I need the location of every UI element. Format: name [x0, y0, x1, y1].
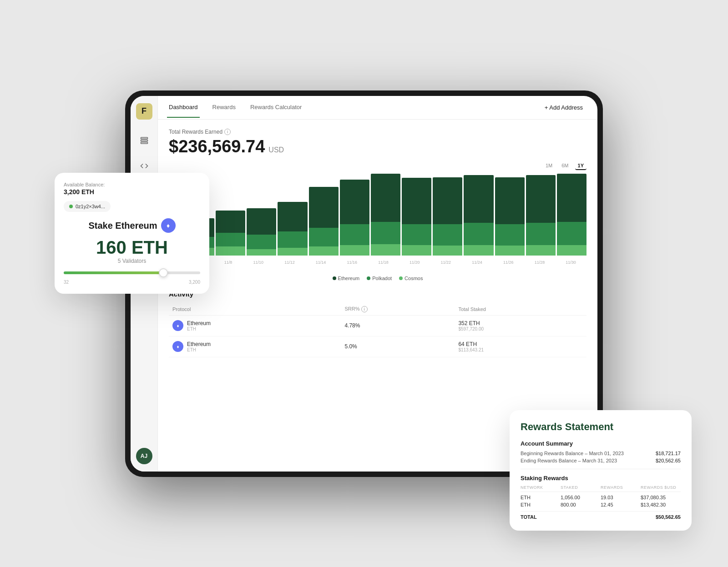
activity-table: Protocol SRR% i Total Staked — [169, 303, 586, 357]
chart-x-labels: 11/611/811/1011/1211/1411/1611/1811/2011… — [185, 260, 586, 265]
x-label: 11/26 — [503, 260, 514, 265]
stake-amount: 160 ETH — [64, 237, 200, 258]
rewards-statement-card: Rewards Statement Account Summary Beginn… — [510, 410, 692, 531]
x-label: 11/22 — [441, 260, 451, 265]
info-icon: i — [224, 129, 231, 135]
chart-section: 1M 6M 1Y $500 $5K $40... — [169, 162, 586, 281]
validators-label: 5 Validators — [64, 258, 200, 264]
slider-thumb[interactable] — [159, 268, 168, 277]
eth-icon-2: ♦ — [172, 341, 183, 352]
bar-group — [340, 174, 369, 256]
layers-icon[interactable] — [136, 132, 152, 149]
eth-icon-1: ♦ — [172, 320, 183, 331]
chart-container: $500 $5K $40... 11/611/811/1011/1211/141… — [169, 174, 586, 265]
add-address-button[interactable]: + Add Address — [539, 101, 588, 114]
staked-usd-1: $597,720.00 — [458, 326, 583, 331]
total-amount: $236,569.74 USD — [169, 137, 586, 156]
protocol-cell-2: ♦ Ethereum ETH — [172, 341, 337, 352]
top-nav: Dashboard Rewards Rewards Calculator + A… — [158, 96, 597, 120]
svg-rect-0 — [141, 137, 147, 139]
legend-ethereum: Ethereum — [333, 276, 360, 281]
stake-card: Available Balance: 3,200 ETH 0z1y2×3w4..… — [55, 173, 209, 294]
bar-group — [309, 174, 339, 256]
rs-title: Rewards Statement — [521, 421, 681, 433]
sidebar-logo[interactable]: F — [136, 103, 152, 120]
srr-2: 5.0% — [341, 336, 455, 357]
rs-divider — [521, 469, 681, 469]
time-btn-6m[interactable]: 6M — [559, 162, 571, 170]
x-label: 11/12 — [284, 260, 295, 265]
x-label: 11/18 — [378, 260, 389, 265]
activity-section: Activity Protocol SRR% i Total Staked — [169, 290, 586, 357]
slider-labels: 32 3,200 — [64, 280, 200, 285]
table-row: ♦ Ethereum ETH 5.0% 64 ETH — [169, 336, 586, 357]
time-btn-1y[interactable]: 1Y — [575, 162, 586, 170]
slider-container[interactable] — [64, 271, 200, 274]
bar-group — [495, 174, 525, 256]
staked-usd-2: $113,643.21 — [458, 347, 583, 352]
chart-legend: Ethereum Polkadot Cosmos — [169, 276, 586, 281]
time-btn-1m[interactable]: 1M — [543, 162, 555, 170]
stake-title: Stake Ethereum ♦ — [64, 218, 200, 233]
col-srr: SRR% i — [341, 303, 455, 316]
x-label: 11/8 — [224, 260, 233, 265]
chart-controls: 1M 6M 1Y — [169, 162, 586, 170]
protocol-name-1: Ethereum — [187, 320, 211, 326]
staked-amount-2: 64 ETH — [458, 341, 583, 347]
chart-bars-area — [185, 174, 586, 256]
x-label: 11/20 — [410, 260, 420, 265]
rs-row-beginning: Beginning Rewards Balance – March 01, 20… — [521, 451, 681, 456]
bar-group — [557, 174, 586, 256]
address-dot — [69, 205, 73, 208]
sidebar-avatar[interactable]: AJ — [136, 448, 152, 464]
staked-amount-1: 352 ETH — [458, 320, 583, 326]
tab-dashboard[interactable]: Dashboard — [167, 97, 200, 118]
bar-group — [402, 174, 431, 256]
bar-group — [247, 174, 276, 256]
protocol-cell-1: ♦ Ethereum ETH — [172, 320, 337, 331]
col-protocol: Protocol — [169, 303, 341, 316]
bar-group — [216, 174, 245, 256]
bar-group — [278, 174, 307, 256]
available-balance-label: Available Balance: — [64, 182, 200, 187]
total-rewards-label: Total Rewards Earned i — [169, 129, 586, 135]
x-label: 11/28 — [535, 260, 545, 265]
svg-rect-2 — [141, 142, 147, 143]
code-icon[interactable] — [136, 158, 152, 174]
address-pill[interactable]: 0z1y2×3w4... — [64, 201, 111, 212]
legend-cosmos: Cosmos — [399, 276, 423, 281]
x-label: 11/24 — [472, 260, 482, 265]
srr-info-icon: i — [361, 306, 368, 312]
x-label: 11/30 — [566, 260, 576, 265]
rs-table-header: NETWORK STAKED REWARDS REWARDS $USD — [521, 485, 681, 492]
rs-row-ending: Ending Rewards Balance – March 31, 2023 … — [521, 458, 681, 463]
x-label: 11/14 — [316, 260, 326, 265]
x-label: 11/16 — [347, 260, 358, 265]
slider-track — [64, 271, 200, 274]
rs-account-summary-title: Account Summary — [521, 440, 681, 447]
activity-title: Activity — [169, 290, 586, 298]
tab-rewards-calculator[interactable]: Rewards Calculator — [248, 97, 303, 118]
bar-group — [526, 174, 556, 256]
protocol-sub-1: ETH — [187, 326, 211, 331]
x-label: 11/10 — [253, 260, 263, 265]
protocol-sub-2: ETH — [187, 347, 211, 352]
col-staked: Total Staked — [455, 303, 586, 316]
rs-table-row-1: ETH 1,056.00 19.03 $37,080.35 — [521, 495, 681, 500]
svg-rect-1 — [141, 140, 147, 141]
table-row: ♦ Ethereum ETH 4.78% 352 ET — [169, 315, 586, 336]
eth-badge: ♦ — [161, 218, 176, 233]
rs-staking-rewards-title: Staking Rewards — [521, 475, 681, 482]
protocol-name-2: Ethereum — [187, 341, 211, 347]
bar-group — [371, 174, 400, 256]
bar-group — [433, 174, 462, 256]
legend-polkadot: Polkadot — [367, 276, 392, 281]
slider-fill — [64, 271, 163, 274]
tab-rewards[interactable]: Rewards — [211, 97, 238, 118]
rs-table-row-2: ETH 800.00 12.45 $13,482.30 — [521, 502, 681, 507]
bar-group — [464, 174, 493, 256]
srr-1: 4.78% — [341, 315, 455, 336]
available-balance-amount: 3,200 ETH — [64, 188, 200, 196]
currency-label: USD — [268, 146, 284, 154]
rs-total-row: TOTAL $50,562.65 — [521, 511, 681, 520]
